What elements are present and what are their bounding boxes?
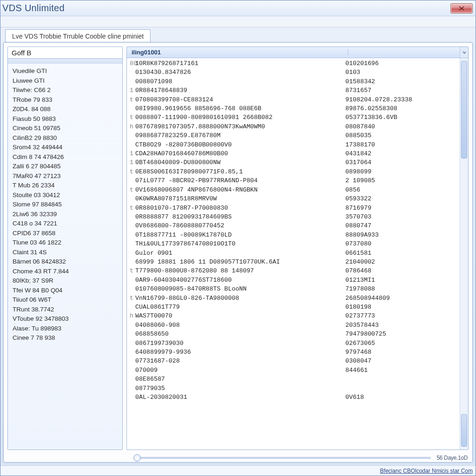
cell-b: 01588342 (345, 77, 457, 86)
data-row[interactable]: 0T188877711 -80089K17870LD88809A933 (127, 231, 460, 239)
sidebar-item[interactable]: Tiiwhe: C66 2 (10, 86, 120, 95)
scroll-up-button[interactable] (460, 47, 468, 58)
sidebar-item[interactable]: Claint 31 4S (10, 248, 120, 258)
slider-track[interactable] (135, 457, 431, 459)
sidebar-item[interactable]: Stoulte 03 30412 (10, 191, 120, 200)
sidebar-item[interactable]: TRobe 79 833 (10, 95, 120, 105)
cell-a: 070808399708-CE883124 (135, 95, 345, 104)
data-row[interactable]: 10R8841786488398731657 (127, 86, 460, 95)
data-row[interactable]: 0V8686800-786088807704520880747 (127, 221, 460, 230)
sidebar-item[interactable]: Alase: Tu 898983 (10, 324, 120, 334)
data-row[interactable]: 6408899979-99369797468 (127, 348, 460, 357)
sidebar-item[interactable]: CilinB2 29 8830 (10, 133, 120, 143)
sidebar-item[interactable]: C418 o 34 7221 (10, 219, 120, 229)
window-close-button[interactable] (450, 3, 473, 13)
sidebar-item[interactable]: Zalli 6 27 804485 (10, 162, 120, 172)
data-row[interactable]: t0088807-111900-8089801610981 2668B08205… (127, 113, 460, 122)
data-row[interactable]: 070009844661 (127, 366, 460, 375)
vertical-scrollbar[interactable] (460, 58, 468, 450)
row-marker: 1 (130, 149, 135, 158)
data-row[interactable]: CUAL0861T7790180198 (127, 303, 460, 311)
row-marker (130, 231, 135, 239)
slider-thumb[interactable] (133, 454, 141, 462)
data-row[interactable]: 008807109801588342 (127, 77, 460, 86)
data-row[interactable]: 0K0WRA807871518R8MRV0W0593322 (127, 194, 460, 203)
row-marker (130, 357, 135, 365)
scrollbar-thumb[interactable] (461, 61, 467, 159)
cell-a: 0E88S006I63I7809800771F0.85,1 (135, 167, 345, 176)
data-row[interactable]: 68999 18881 1806 11 D089057T10770UK.6AI2… (127, 258, 460, 266)
data-row[interactable]: h0876789817073057.8888000N73KwAM0WM00808… (127, 122, 460, 131)
cell-b: 08087840 (345, 122, 457, 131)
row-marker: t (130, 185, 135, 194)
cell-a: 0088807-111900-8089801610981 2668B082 (135, 113, 345, 122)
cell-b: 01213MI1 (345, 276, 457, 284)
sidebar-item[interactable]: 80IKb; 37 S9R (10, 276, 120, 286)
sidebar-item[interactable]: 2Liw6 36 32339 (10, 210, 120, 219)
data-row[interactable]: 086719973903002673065 (127, 339, 460, 348)
data-row[interactable]: 0AR9-6040304002776ST71860001213MI1 (127, 276, 460, 284)
sidebar-item[interactable]: 7MaR0 47 27123 (10, 172, 120, 181)
cell-b: 88809A933 (345, 231, 457, 239)
data-row[interactable]: 0107608009085-8470R88TS BLooNN71978088 (127, 284, 460, 293)
sidebar-item[interactable]: Tfei W 84 B0 Q04 (10, 286, 120, 296)
data-row[interactable]: 0R8888877 81200931784609BS3570703 (127, 212, 460, 221)
sidebar-item[interactable]: Z0D4. 84 088 (10, 105, 120, 114)
data-row[interactable]: 0AL-20308200310V618 (127, 393, 460, 402)
sidebar-item[interactable]: Liuwee GTI (10, 76, 120, 86)
data-row[interactable]: t070808399708-CE8831249108204.0728.23338 (127, 95, 460, 104)
data-row[interactable]: 06885865079479800725 (127, 330, 460, 338)
sidebar-item[interactable]: Tlune 03 46 1822 (10, 238, 120, 248)
data-row[interactable]: 08E86587 (127, 375, 460, 383)
data-row[interactable]: 0130430.83478260103 (127, 68, 460, 77)
row-marker (130, 384, 135, 393)
data-row[interactable]: Gulor 09010661581 (127, 249, 460, 258)
sidebar-item[interactable]: Slome 97 884845 (10, 200, 120, 210)
data-row[interactable]: t0R8801070-178R7-P700808308716979 (127, 204, 460, 212)
column-header-a[interactable]: iling01001 (127, 49, 348, 56)
data-row[interactable]: 08I9980.9619656 8858696-768 088E6B89876.… (127, 104, 460, 113)
sidebar-item[interactable]: VToube 92 3478803 (10, 314, 120, 324)
data-row[interactable]: tVnN16799-88GL0-826-TA980000826850894480… (127, 294, 460, 303)
sidebar-item[interactable]: Chome 43 RT 7.844 (10, 267, 120, 277)
sidebar-item[interactable]: Cinee 7 78 938 (10, 333, 120, 343)
cell-a: 070009 (135, 366, 345, 375)
sidebar-item[interactable]: Fiasub 50 9883 (10, 114, 120, 124)
data-row[interactable]: t0V16868006807 4NP8676800N4-RNGBKN0856 (127, 185, 460, 194)
cell-b: 0786468 (345, 266, 457, 275)
scrollbar-thumb-secondary[interactable] (461, 414, 467, 447)
data-row[interactable]: 8010R8K879268717161010201696 (127, 59, 460, 68)
cell-a: 0107608009085-8470R88TS BLooNN (135, 284, 345, 293)
sidebar-item[interactable]: Viuedile GTI (10, 66, 120, 76)
cell-a: 0R884178648839 (135, 86, 345, 95)
cell-b: 8731657 (345, 86, 457, 95)
data-row[interactable]: 1CDA28HA070168460786M80B000431842 (127, 149, 460, 158)
data-row[interactable]: 08779035 (127, 384, 460, 393)
data-row[interactable]: 07iL0777 -8BCR02-PB977RRA6ND-P8042 10908… (127, 176, 460, 185)
sidebar-item[interactable]: Tiiuof 06 W6T (10, 295, 120, 305)
sidebar-item[interactable]: Cineob 51 09785 (10, 124, 120, 133)
data-row[interactable]: 10BT468040809-DU800800NW0317064 (127, 158, 460, 167)
data-row[interactable]: 07731687-0280308047 (127, 357, 460, 365)
data-row[interactable]: THi&0UL1773978674708010O1T00737080 (127, 239, 460, 248)
row-marker: t (130, 266, 135, 275)
data-row[interactable]: hWAS7T0007002737773 (127, 311, 460, 320)
sidebar-item[interactable]: Cdim 8 74 478426 (10, 152, 120, 162)
data-row[interactable]: 09886877823259.E876780M0885035 (127, 131, 460, 140)
data-row[interactable]: 04088060-908203578443 (127, 321, 460, 330)
row-marker (130, 176, 135, 185)
cell-b: 0180198 (345, 303, 457, 311)
status-link[interactable]: Bfecianc CBOlcodar Nmicis star Com (380, 468, 473, 474)
data-row[interactable]: t0E88S006I63I7809800771F0.85,10898099 (127, 167, 460, 176)
sidebar-item[interactable]: T Mub 26 2334 (10, 181, 120, 191)
sidebar-item[interactable]: Srom4 32 449444 (10, 143, 120, 152)
data-row[interactable]: tT779800-8800U8-8762080 88 1480970786468 (127, 266, 460, 275)
data-row[interactable]: CTB8O29 -8280736B0B00800V017388170 (127, 140, 460, 149)
sidebar-item[interactable]: CPID6 37 8658 (10, 229, 120, 238)
sidebar-item[interactable]: Bärnet 06 8424832 (10, 257, 120, 267)
tab-main[interactable]: Lve VDS Trobbie Trruble Cooble cline pmi… (5, 29, 151, 42)
cell-a: 04088060-908 (135, 321, 345, 330)
sidebar-item[interactable]: TRunt 38.7742 (10, 305, 120, 315)
cell-a: 0130430.8347826 (135, 68, 345, 77)
row-marker: t (130, 294, 135, 303)
